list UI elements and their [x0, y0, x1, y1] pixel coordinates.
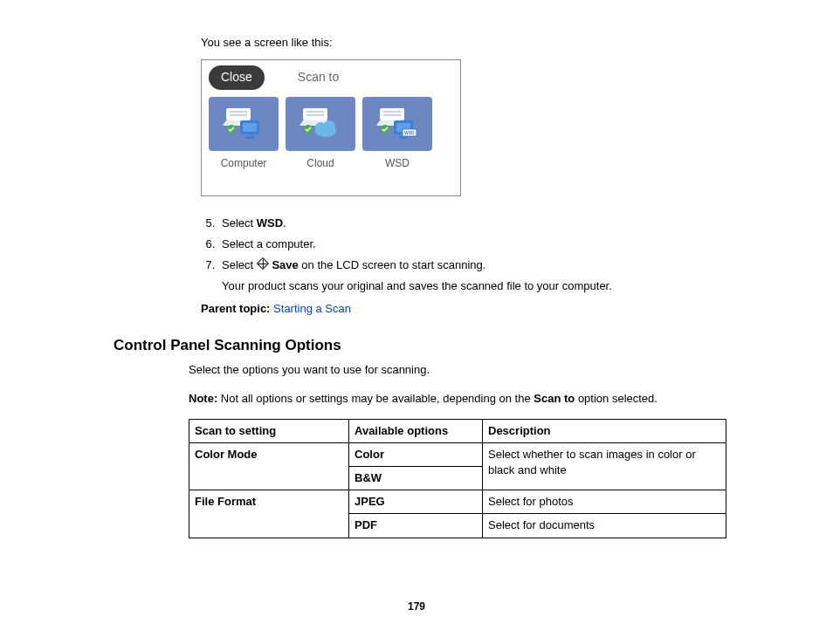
cell-jpeg-desc: Select for photos: [483, 490, 726, 514]
svg-rect-17: [383, 111, 401, 113]
cell-jpeg: JPEG: [349, 490, 483, 514]
page-number: 179: [114, 599, 719, 614]
tile-cloud[interactable]: [286, 97, 355, 151]
cell-color-desc: Select whether to scan images in color o…: [483, 442, 726, 490]
th-description: Description: [483, 419, 726, 442]
step-7-sub: Your product scans your original and sav…: [222, 278, 719, 294]
options-table: Scan to setting Available options Descri…: [189, 419, 726, 538]
th-options: Available options: [349, 419, 483, 442]
cell-color-text: Color: [355, 448, 384, 461]
cell-file-format-text: File Format: [195, 495, 256, 508]
cell-color-mode: Color Mode: [189, 442, 349, 490]
scanner-cloud-icon: [299, 106, 341, 141]
step-7-suffix: on the LCD screen to start scanning.: [299, 258, 486, 271]
intro-text: You see a screen like this:: [201, 35, 719, 51]
note-label: Note:: [189, 392, 217, 405]
parent-topic-label: Parent topic:: [201, 302, 270, 315]
cell-bw: B&W: [349, 467, 483, 490]
lcd-title: Scan to: [298, 69, 339, 86]
parent-topic: Parent topic: Starting a Scan: [201, 301, 719, 317]
table-row: Color Mode Color Select whether to scan …: [189, 442, 726, 466]
section-heading: Control Panel Scanning Options: [114, 335, 719, 356]
cell-color-mode-text: Color Mode: [195, 448, 258, 461]
table-header-row: Scan to setting Available options Descri…: [189, 419, 726, 442]
note-line: Note: Not all options or settings may be…: [189, 391, 719, 407]
cell-pdf-desc: Select for documents: [483, 514, 726, 538]
steps-list: Select WSD. Select a computer. Select Sa…: [201, 216, 719, 295]
svg-rect-1: [230, 111, 247, 113]
cell-jpeg-text: JPEG: [355, 495, 385, 508]
scanner-wsd-icon: WSD: [376, 106, 418, 141]
svg-rect-10: [306, 114, 324, 116]
close-button[interactable]: Close: [209, 65, 265, 90]
tile-label-wsd: WSD: [362, 156, 432, 171]
cell-bw-text: B&W: [355, 471, 382, 484]
section-intro: Select the options you want to use for s…: [189, 362, 719, 378]
table-row: File Format JPEG Select for photos: [189, 490, 726, 514]
step-7: Select Save on the LCD screen to start s…: [218, 257, 719, 294]
cell-color: Color: [349, 442, 483, 466]
note-text-b: option selected.: [575, 392, 657, 405]
cell-pdf-text: PDF: [355, 518, 377, 531]
step-5-bold: WSD: [257, 216, 283, 230]
cell-pdf: PDF: [349, 514, 483, 538]
svg-rect-6: [245, 136, 254, 139]
tile-wsd[interactable]: WSD: [362, 97, 432, 151]
note-bold: Scan to: [534, 392, 575, 405]
svg-rect-9: [306, 111, 324, 113]
tile-label-computer: Computer: [209, 156, 279, 171]
svg-rect-18: [383, 114, 401, 116]
step-7-bold: Save: [272, 258, 298, 271]
th-setting: Scan to setting: [189, 419, 349, 442]
svg-rect-5: [243, 123, 257, 132]
step-5-prefix: Select: [222, 216, 257, 230]
step-6: Select a computer.: [218, 236, 719, 252]
cell-file-format: File Format: [189, 490, 349, 538]
step-5: Select WSD.: [218, 216, 719, 231]
tile-label-cloud: Cloud: [286, 156, 355, 171]
svg-text:WSD: WSD: [404, 130, 415, 135]
diamond-icon: [257, 257, 269, 270]
note-text-a: Not all options or settings may be avail…: [217, 392, 534, 405]
svg-point-14: [323, 120, 335, 133]
lcd-screenshot: Close Scan to: [201, 59, 461, 195]
step-7-prefix: Select: [222, 258, 257, 271]
tile-computer[interactable]: [209, 97, 279, 151]
step-5-suffix: .: [283, 216, 286, 230]
svg-rect-2: [230, 114, 247, 116]
scanner-computer-icon: [223, 106, 265, 141]
parent-topic-link[interactable]: Starting a Scan: [273, 302, 351, 315]
